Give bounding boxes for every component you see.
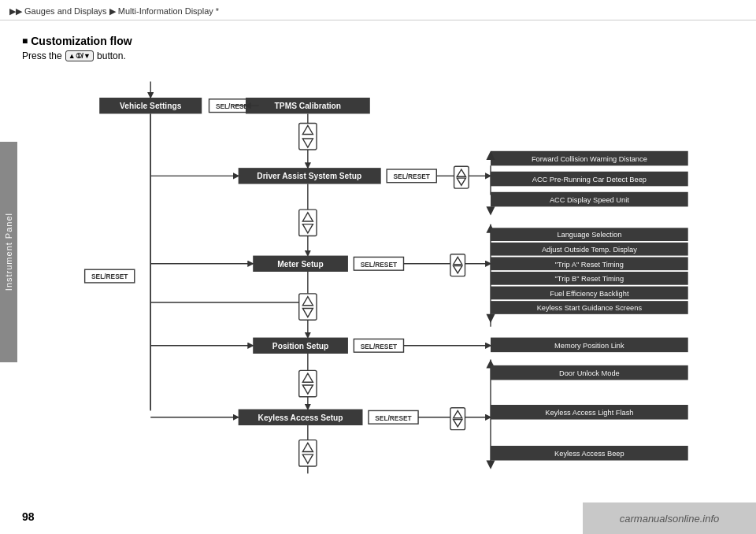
svg-marker-101 [486, 461, 495, 469]
svg-marker-48 [454, 257, 462, 264]
breadcrumb-arrows: ▶▶ [9, 6, 22, 16]
press-instruction: Press the ▲①/▼ button. [22, 50, 756, 61]
svg-text:Position Setup: Position Setup [272, 342, 328, 350]
side-tab-label: Instrument Panel [4, 213, 13, 291]
svg-marker-36 [486, 206, 495, 215]
svg-text:Memory Position Link: Memory Position Link [554, 342, 624, 350]
svg-text:Meter Setup: Meter Setup [277, 260, 323, 269]
svg-text:"Trip A" Reset Timing: "Trip A" Reset Timing [555, 261, 624, 269]
breadcrumb-part2: Multi-Information Display [118, 6, 213, 16]
svg-marker-91 [454, 420, 462, 427]
svg-marker-90 [454, 410, 462, 417]
svg-text:SEL/RESET: SEL/RESET [361, 343, 397, 350]
svg-text:ACC Pre-Running Car Detect Bee: ACC Pre-Running Car Detect Beep [532, 176, 647, 184]
section-title: Customization flow [31, 35, 132, 47]
svg-text:SEL/RESET: SEL/RESET [361, 261, 397, 269]
flow-diagram: Vehicle Settings SEL/RESET SEL/RESET TPM… [22, 67, 754, 477]
svg-marker-68 [302, 297, 313, 306]
breadcrumb: ▶▶ Gauges and Displays ▶ Multi-Informati… [0, 0, 756, 20]
svg-marker-40 [302, 224, 313, 233]
svg-marker-25 [457, 169, 465, 176]
svg-text:Forward Collision Warning Dist: Forward Collision Warning Distance [532, 155, 647, 163]
side-tab: Instrument Panel [0, 142, 17, 362]
breadcrumb-arrow2: ▶ [109, 6, 116, 16]
svg-text:Language Selection: Language Selection [557, 231, 621, 239]
svg-text:Vehicle Settings: Vehicle Settings [120, 102, 182, 110]
svg-text:Keyless Access Light Flash: Keyless Access Light Flash [545, 409, 633, 417]
breadcrumb-part1: Gauges and Displays [24, 6, 107, 16]
breadcrumb-super: * [216, 6, 219, 16]
svg-marker-39 [302, 213, 313, 221]
section-heading: Customization flow [22, 35, 756, 47]
main-content: Customization flow Press the ▲①/▼ button… [22, 24, 756, 534]
button-icon: ▲①/▼ [65, 50, 94, 61]
svg-text:SEL/RESET: SEL/RESET [91, 273, 128, 280]
svg-marker-81 [302, 373, 313, 382]
svg-marker-26 [457, 178, 465, 185]
svg-marker-14 [302, 125, 313, 134]
svg-marker-104 [302, 443, 313, 451]
svg-text:SEL/RESET: SEL/RESET [394, 172, 430, 180]
svg-text:Adjust Outside Temp. Display: Adjust Outside Temp. Display [542, 246, 637, 254]
svg-text:Keyless Start Guidance Screens: Keyless Start Guidance Screens [537, 304, 643, 312]
svg-marker-49 [454, 266, 462, 273]
svg-marker-15 [302, 139, 313, 147]
svg-text:Driver Assist System Setup: Driver Assist System Setup [257, 172, 361, 180]
svg-marker-105 [302, 454, 313, 463]
svg-text:Keyless Access Setup: Keyless Access Setup [258, 413, 343, 422]
svg-rect-16 [299, 124, 317, 150]
svg-marker-65 [486, 314, 495, 323]
svg-text:TPMS Calibration: TPMS Calibration [275, 102, 341, 110]
svg-text:"Trip B" Reset Timing: "Trip B" Reset Timing [555, 275, 624, 283]
svg-marker-69 [302, 308, 313, 317]
svg-text:SEL/RESET: SEL/RESET [375, 414, 411, 422]
svg-text:Fuel Efficiency Backlight: Fuel Efficiency Backlight [550, 290, 629, 298]
svg-text:Keyless Access Beep: Keyless Access Beep [554, 450, 624, 458]
svg-text:ACC Display Speed Unit: ACC Display Speed Unit [550, 196, 629, 204]
svg-text:Door Unlock Mode: Door Unlock Mode [559, 369, 620, 377]
svg-marker-82 [302, 385, 313, 394]
